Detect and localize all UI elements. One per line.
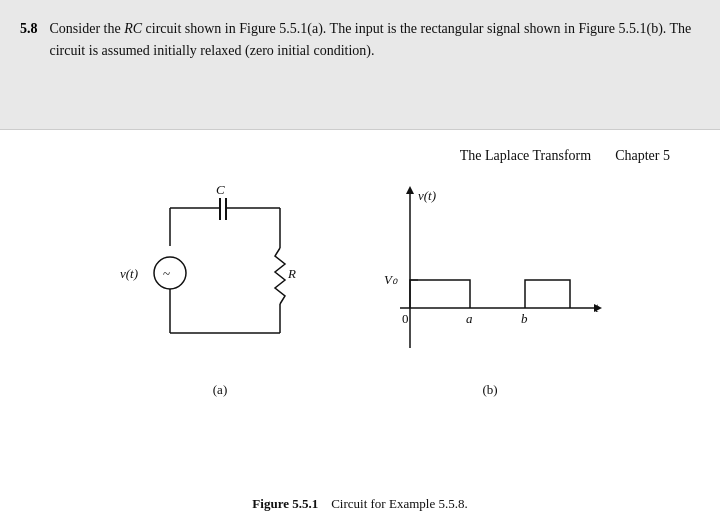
- section-label: The Laplace Transform: [460, 148, 591, 164]
- figure-caption: Figure 5.5.1 Circuit for Example 5.5.8.: [20, 488, 700, 516]
- figure-description: Circuit for Example 5.5.8.: [331, 496, 467, 511]
- svg-text:0: 0: [402, 311, 409, 326]
- figure-label: Figure 5.5.1: [252, 496, 318, 511]
- bottom-section: The Laplace Transform Chapter 5: [0, 130, 720, 526]
- label-b: (b): [482, 382, 497, 398]
- svg-text:~: ~: [163, 266, 170, 281]
- svg-text:v(t): v(t): [418, 188, 436, 203]
- chapter-label: Chapter 5: [615, 148, 670, 164]
- circuit-svg: C R ~: [110, 178, 330, 378]
- page: 5.8 Consider the RC circuit shown in Fig…: [0, 0, 720, 526]
- graph-svg: v(t) V₀ 0 a b: [370, 178, 610, 378]
- problem-text: Consider the RC circuit shown in Figure …: [50, 18, 697, 61]
- problem-number: 5.8: [20, 18, 38, 61]
- label-a: (a): [213, 382, 227, 398]
- svg-marker-24: [406, 186, 414, 194]
- circuit-diagram: C R ~: [110, 178, 330, 398]
- svg-text:R: R: [287, 266, 296, 281]
- chapter-header: The Laplace Transform Chapter 5: [20, 140, 700, 168]
- graph-b: v(t) V₀ 0 a b: [370, 178, 610, 398]
- top-section: 5.8 Consider the RC circuit shown in Fig…: [0, 0, 720, 130]
- problem-header: 5.8 Consider the RC circuit shown in Fig…: [20, 18, 696, 61]
- figures-row: C R ~: [20, 168, 700, 488]
- svg-text:b: b: [521, 311, 528, 326]
- svg-text:v(t): v(t): [120, 266, 138, 281]
- svg-text:C: C: [216, 182, 225, 197]
- svg-text:V₀: V₀: [384, 272, 398, 287]
- svg-text:a: a: [466, 311, 473, 326]
